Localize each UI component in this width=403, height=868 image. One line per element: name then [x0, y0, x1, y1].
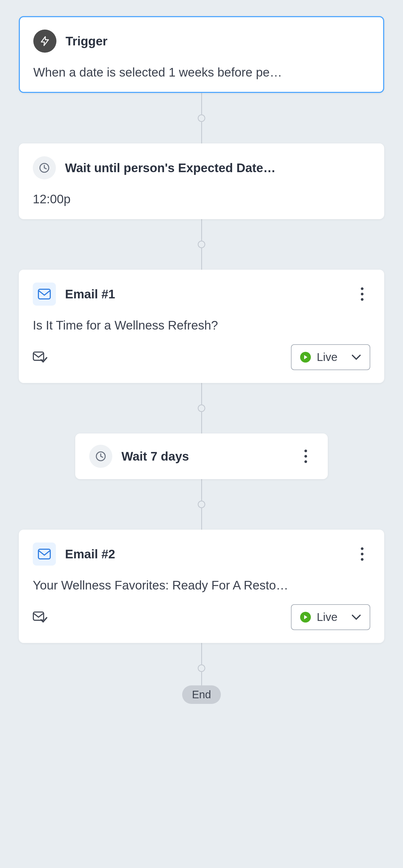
wait-until-time: 12:00p	[33, 192, 370, 206]
connector	[198, 479, 205, 530]
wait-7-days-menu[interactable]	[298, 450, 314, 463]
svg-rect-2	[33, 352, 43, 361]
delivered-icon	[33, 610, 47, 624]
chevron-down-icon	[351, 614, 361, 620]
email-2-status-label: Live	[317, 611, 337, 624]
add-node-dot[interactable]	[198, 501, 205, 508]
add-node-dot[interactable]	[198, 404, 205, 412]
trigger-description: When a date is selected 1 weeks before p…	[33, 65, 370, 80]
wait-7-days-title: Wait 7 days	[121, 449, 288, 464]
email-2-menu[interactable]	[354, 547, 370, 561]
lightning-icon	[33, 30, 56, 53]
email-2-status-dropdown[interactable]: Live	[291, 604, 370, 630]
connector	[198, 93, 205, 144]
svg-rect-5	[33, 612, 43, 620]
trigger-card[interactable]: Trigger When a date is selected 1 weeks …	[19, 16, 384, 93]
trigger-title: Trigger	[66, 34, 370, 48]
email-2-subject: Your Wellness Favorites: Ready For A Res…	[33, 578, 370, 592]
chevron-down-icon	[351, 354, 361, 360]
clock-icon	[33, 156, 56, 179]
flow-canvas: Trigger When a date is selected 1 weeks …	[0, 0, 403, 868]
clock-icon	[89, 445, 112, 468]
add-node-dot[interactable]	[198, 241, 205, 248]
email-1-card[interactable]: Email #1 Is It Time for a Wellness Refre…	[19, 270, 384, 383]
end-node: End	[182, 685, 221, 704]
wait-7-days-card[interactable]: Wait 7 days	[75, 433, 328, 479]
email-1-subject: Is It Time for a Wellness Refresh?	[33, 318, 370, 333]
play-status-icon	[300, 612, 311, 623]
email-2-title: Email #2	[65, 547, 345, 561]
wait-until-title: Wait until person's Expected Date…	[65, 161, 370, 175]
connector	[198, 219, 205, 270]
svg-rect-4	[38, 549, 50, 559]
play-status-icon	[300, 352, 311, 363]
connector	[198, 643, 205, 685]
email-1-status-label: Live	[317, 351, 337, 364]
email-1-title: Email #1	[65, 287, 345, 301]
delivered-icon	[33, 350, 47, 365]
email-2-card[interactable]: Email #2 Your Wellness Favorites: Ready …	[19, 530, 384, 643]
wait-until-card[interactable]: Wait until person's Expected Date… 12:00…	[19, 144, 384, 219]
mail-icon	[33, 542, 56, 566]
connector	[198, 383, 205, 433]
add-node-dot[interactable]	[198, 664, 205, 672]
mail-icon	[33, 282, 56, 306]
email-1-status-dropdown[interactable]: Live	[291, 344, 370, 370]
add-node-dot[interactable]	[198, 115, 205, 122]
email-1-menu[interactable]	[354, 287, 370, 301]
svg-rect-1	[38, 289, 50, 299]
